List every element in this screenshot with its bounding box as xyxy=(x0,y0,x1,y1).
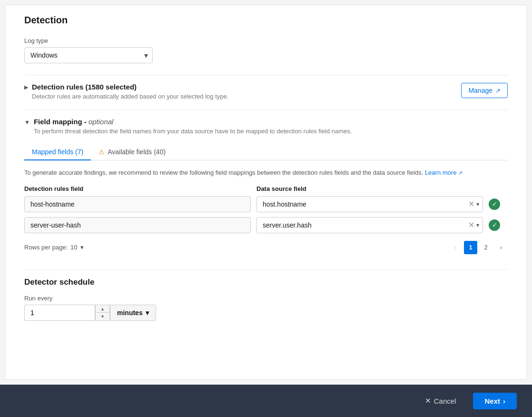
cancel-x-icon: ✕ xyxy=(425,397,431,405)
schedule-input-row: ▴ ▾ minutes ▾ xyxy=(24,305,508,321)
detection-rules-section: ▶ Detection rules (1580 selected) Detect… xyxy=(24,75,508,100)
check-circle-1: ✓ xyxy=(489,199,500,210)
table-row: host.hostname ✕ ▾ ✓ xyxy=(24,196,508,212)
detection-field-input-1[interactable] xyxy=(24,196,251,212)
page-title: Detection xyxy=(24,15,508,26)
field-mapping-tabs: Mapped fields (7) ⚠ Available fields (40… xyxy=(24,144,508,160)
manage-button[interactable]: Manage ↗ xyxy=(461,83,508,98)
data-source-field-header: Data source field xyxy=(256,185,483,192)
log-type-select-wrapper: Windows Linux MacOS ▾ xyxy=(24,47,153,63)
field-mapping-title: Field mapping - optional xyxy=(34,118,114,126)
run-every-label: Run every xyxy=(24,295,508,302)
rows-per-page-chevron-icon: ▾ xyxy=(80,244,84,251)
schedule-unit-label: minutes xyxy=(117,309,143,317)
schedule-number-wrapper: ▴ ▾ xyxy=(24,305,110,321)
detection-rules-subtext: Detector rules are automatically added b… xyxy=(32,93,228,100)
prev-page-button[interactable]: ‹ xyxy=(449,241,462,254)
available-fields-tab-label: Available fields (40) xyxy=(108,148,166,156)
rows-per-page-value: 10 xyxy=(70,244,77,251)
external-link-icon: ↗ xyxy=(495,87,501,94)
log-type-select[interactable]: Windows Linux MacOS xyxy=(24,47,153,63)
source-field-select-wrapper-1: host.hostname ✕ ▾ xyxy=(256,196,483,212)
field-mapping-section: ▼ Field mapping - optional To perform th… xyxy=(24,109,508,254)
cancel-button[interactable]: ✕ Cancel xyxy=(415,392,466,409)
footer-bar: ✕ Cancel Next › xyxy=(0,385,532,417)
schedule-spinners: ▴ ▾ xyxy=(95,305,110,321)
learn-more-link[interactable]: Learn more ↗ xyxy=(425,169,463,176)
next-button[interactable]: Next › xyxy=(473,393,517,409)
spinner-down-button[interactable]: ▾ xyxy=(95,312,110,321)
schedule-title: Detector schedule xyxy=(24,278,508,287)
mapped-fields-tab-label: Mapped fields (7) xyxy=(32,148,83,156)
log-type-section: Log type Windows Linux MacOS ▾ xyxy=(24,37,508,63)
tab-available-fields[interactable]: ⚠ Available fields (40) xyxy=(91,144,173,160)
detection-rules-expand-icon[interactable]: ▶ xyxy=(24,84,28,90)
detection-field-input-2[interactable] xyxy=(24,217,251,233)
cancel-label: Cancel xyxy=(434,397,456,405)
spinner-up-button[interactable]: ▴ xyxy=(95,305,110,313)
next-page-button[interactable]: › xyxy=(494,241,508,254)
source-field-select-wrapper-2: server.user.hash ✕ ▾ xyxy=(256,217,483,233)
fields-table-header: Detection rules field Data source field xyxy=(24,185,508,192)
next-chevron-icon: › xyxy=(503,397,505,405)
schedule-unit-select[interactable]: minutes ▾ xyxy=(110,305,156,321)
detector-schedule-section: Detector schedule Run every ▴ ▾ minutes … xyxy=(24,269,508,321)
rows-per-page[interactable]: Rows per page: 10 ▾ xyxy=(24,244,84,251)
pagination-row: Rows per page: 10 ▾ ‹ 1 2 › xyxy=(24,241,508,254)
warning-triangle-icon: ⚠ xyxy=(99,148,105,156)
detection-rules-field-header: Detection rules field xyxy=(24,185,251,192)
rows-per-page-label: Rows per page: xyxy=(24,244,68,251)
log-type-label: Log type xyxy=(24,37,508,44)
field-mapping-header: ▼ Field mapping - optional xyxy=(24,118,508,126)
pagination-controls: ‹ 1 2 › xyxy=(449,241,508,254)
detection-rules-heading: Detection rules (1580 selected) xyxy=(32,83,228,91)
page-1-button[interactable]: 1 xyxy=(464,241,477,254)
clear-icon-1[interactable]: ✕ xyxy=(468,199,474,208)
check-circle-2: ✓ xyxy=(489,219,500,231)
source-field-select-1[interactable]: host.hostname xyxy=(256,196,483,212)
schedule-unit-chevron-icon: ▾ xyxy=(146,309,149,317)
next-label: Next xyxy=(484,397,500,405)
source-field-select-2[interactable]: server.user.hash xyxy=(256,217,483,233)
field-mapping-collapse-icon[interactable]: ▼ xyxy=(24,119,30,126)
fields-table: Detection rules field Data source field … xyxy=(24,185,508,233)
field-mapping-subtext: To perform threat detection the field na… xyxy=(34,128,508,135)
detection-rules-left: ▶ Detection rules (1580 selected) Detect… xyxy=(24,83,228,100)
clear-icon-2[interactable]: ✕ xyxy=(468,220,474,229)
page-2-button[interactable]: 2 xyxy=(479,241,493,254)
detection-rules-info: Detection rules (1580 selected) Detector… xyxy=(32,83,228,100)
manage-label: Manage xyxy=(468,87,493,94)
table-row: server.user.hash ✕ ▾ ✓ xyxy=(24,217,508,233)
external-link-small-icon: ↗ xyxy=(458,170,463,176)
tab-mapped-fields[interactable]: Mapped fields (7) xyxy=(24,144,91,160)
field-mapping-info: To generate accurate findings, we recomm… xyxy=(24,168,508,178)
